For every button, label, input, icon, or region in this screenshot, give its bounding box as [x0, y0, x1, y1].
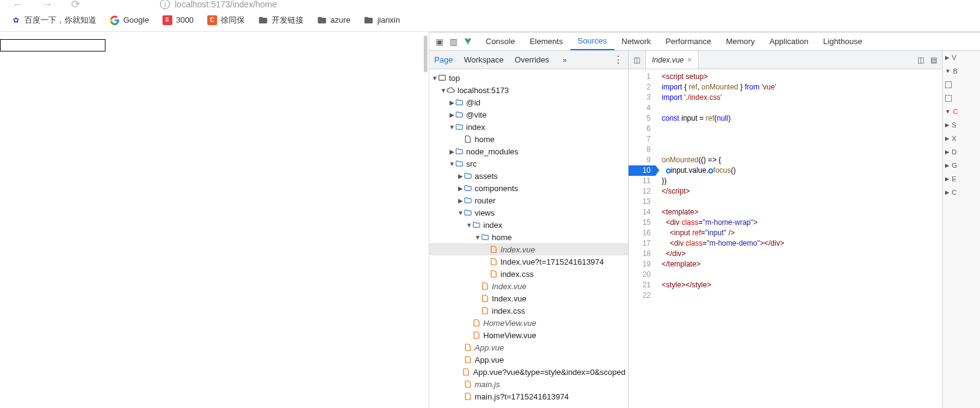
expand-icon[interactable]: ▼: [466, 222, 472, 229]
code-line[interactable]: </template>: [662, 259, 942, 270]
columns-icon[interactable]: ▤: [930, 56, 937, 64]
bookmark-item[interactable]: jianxin: [364, 15, 400, 25]
sources-subtab-workspace[interactable]: Workspace: [464, 55, 503, 64]
devtools-tab-network[interactable]: Network: [614, 32, 659, 50]
bookmark-item[interactable]: azure: [317, 15, 351, 25]
tree-item[interactable]: App.vue?vue&type=style&index=0&scoped: [429, 366, 628, 378]
code-line[interactable]: [662, 124, 942, 134]
address-bar[interactable]: i localhost:5173/index/home: [160, 0, 277, 9]
sources-subtab-page[interactable]: Page: [434, 55, 453, 64]
line-number[interactable]: 21: [629, 280, 651, 290]
file-tree[interactable]: ▼top▼localhost:5173▶@id▶@vite▼indexhome▶…: [429, 69, 628, 408]
tree-item[interactable]: index.css: [429, 268, 628, 280]
tree-item[interactable]: HomeView.vue: [429, 329, 628, 341]
code-line[interactable]: const input = ref(null): [662, 113, 942, 124]
bookmark-item[interactable]: ✿百度一下，你就知道: [11, 15, 96, 26]
close-tab-icon[interactable]: ×: [687, 56, 692, 64]
code-line[interactable]: <template>: [662, 207, 942, 217]
tree-item[interactable]: ▶router: [429, 194, 628, 206]
code-line[interactable]: input.value.focus(): [662, 165, 942, 176]
code-line[interactable]: onMounted(() => {: [662, 155, 942, 165]
code-line[interactable]: [662, 290, 942, 301]
code-line[interactable]: <input ref="input" />: [662, 228, 942, 238]
bookmark-item[interactable]: C徐同保: [207, 15, 245, 26]
tree-item[interactable]: main.js?t=1715241613974: [429, 390, 628, 402]
bookmark-item[interactable]: ⠿3000: [163, 15, 194, 25]
line-number[interactable]: 20: [629, 270, 651, 280]
line-number[interactable]: 8: [629, 145, 651, 155]
line-number[interactable]: 9: [629, 155, 651, 165]
line-number[interactable]: 13: [629, 197, 651, 207]
page-input[interactable]: [0, 39, 105, 51]
bookmark-item[interactable]: 开发链接: [258, 15, 304, 26]
tree-item[interactable]: ▼index: [429, 121, 628, 133]
more-tabs-icon[interactable]: »: [563, 56, 567, 64]
expand-icon[interactable]: ▼: [440, 87, 446, 94]
tree-item[interactable]: ▼views: [429, 206, 628, 219]
toggle-navigator-icon[interactable]: ◫: [629, 51, 646, 69]
expand-icon[interactable]: ▶: [457, 185, 464, 192]
forward-icon[interactable]: →: [42, 0, 53, 11]
code-line[interactable]: }): [662, 176, 942, 186]
expand-icon[interactable]: ▼: [449, 161, 455, 167]
code-line[interactable]: import { ref, onMounted } from 'vue': [662, 82, 942, 93]
toggle-sidebar-icon[interactable]: ◫: [917, 56, 924, 64]
tree-item[interactable]: ▼top: [429, 72, 628, 84]
devtools-tab-sources[interactable]: Sources: [570, 32, 614, 50]
devtools-tab-lighthouse[interactable]: Lighthouse: [816, 32, 870, 50]
tree-item[interactable]: App.vue: [429, 353, 628, 366]
expand-icon[interactable]: ▶: [457, 173, 464, 179]
devtools-tab-console[interactable]: Console: [478, 32, 523, 50]
expand-icon[interactable]: ▼: [432, 75, 438, 81]
code-line[interactable]: [662, 145, 942, 155]
devtools-tab-elements[interactable]: Elements: [523, 32, 570, 50]
devtools-tab-application[interactable]: Application: [762, 32, 816, 50]
expand-icon[interactable]: ▶: [449, 148, 455, 155]
tree-item[interactable]: HomeView.vue: [429, 317, 628, 329]
editor-tab[interactable]: Index.vue ×: [646, 51, 699, 69]
inspect-icon[interactable]: ▣: [435, 37, 443, 47]
expand-icon[interactable]: ▼: [475, 234, 481, 241]
expand-icon[interactable]: ▶: [449, 111, 455, 118]
tree-item[interactable]: ▼src: [429, 157, 628, 170]
site-info-icon[interactable]: i: [160, 0, 170, 9]
kebab-menu-icon[interactable]: ⋮: [613, 54, 623, 66]
line-number[interactable]: 22: [629, 290, 651, 301]
tree-item[interactable]: ▼index: [429, 219, 628, 231]
line-number[interactable]: 5: [629, 113, 651, 124]
line-number[interactable]: 15: [629, 217, 651, 228]
line-number[interactable]: 10: [629, 165, 656, 176]
device-icon[interactable]: ▥: [450, 37, 457, 47]
line-number[interactable]: 4: [629, 103, 651, 113]
tree-item[interactable]: ▶@vite: [429, 108, 628, 121]
line-number[interactable]: 3: [629, 93, 651, 103]
expand-icon[interactable]: ▶: [449, 99, 455, 106]
scrollbar[interactable]: [424, 36, 427, 72]
expand-icon[interactable]: ▶: [457, 197, 464, 204]
tree-item[interactable]: ▶@id: [429, 96, 628, 108]
code-line[interactable]: [662, 197, 942, 207]
code-line[interactable]: </script>: [662, 186, 942, 197]
line-number[interactable]: 6: [629, 124, 651, 134]
tree-item[interactable]: App.vue: [429, 341, 628, 353]
line-number[interactable]: 18: [629, 249, 651, 259]
line-number[interactable]: 12: [629, 186, 651, 197]
tree-item[interactable]: main.js: [429, 378, 628, 390]
vue-devtools-icon[interactable]: [464, 37, 472, 46]
expand-icon[interactable]: ▼: [449, 124, 455, 130]
code-line[interactable]: import './index.css': [662, 93, 942, 103]
tree-item[interactable]: index.css: [429, 304, 628, 317]
line-number[interactable]: 1: [629, 72, 651, 82]
line-number[interactable]: 16: [629, 228, 651, 238]
devtools-tab-memory[interactable]: Memory: [719, 32, 762, 50]
code-editor[interactable]: 12345678910111213141516171819202122 <scr…: [629, 69, 942, 408]
code-line[interactable]: <div class="m-home-demo"></div>: [662, 238, 942, 249]
line-number[interactable]: 14: [629, 207, 651, 217]
tree-item[interactable]: Index.vue: [429, 292, 628, 304]
tree-item[interactable]: ▶assets: [429, 170, 628, 182]
reload-icon[interactable]: ⟳: [71, 0, 80, 11]
code-line[interactable]: <div class="m-home-wrap">: [662, 217, 942, 228]
tree-item[interactable]: Index.vue?t=1715241613974: [429, 255, 628, 268]
tree-item[interactable]: home: [429, 133, 628, 145]
tree-item[interactable]: Index.vue: [429, 243, 628, 255]
